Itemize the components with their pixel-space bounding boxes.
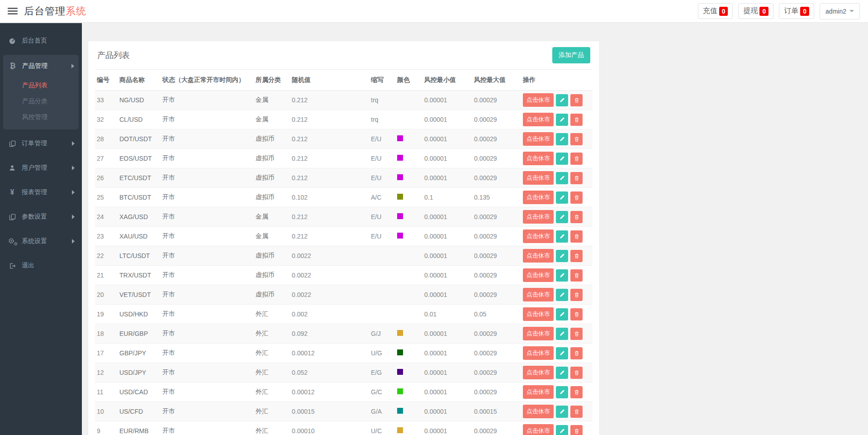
recharge-button[interactable]: 充值 0 xyxy=(698,3,733,19)
close-market-button[interactable]: 点击休市 xyxy=(523,268,554,282)
close-market-button[interactable]: 点击休市 xyxy=(523,307,554,321)
delete-button[interactable] xyxy=(570,114,583,126)
sidebar-item-report-management[interactable]: ¥ 报表管理 xyxy=(0,180,82,205)
close-market-button[interactable]: 点击休市 xyxy=(523,424,554,435)
cell-actions: 点击休市 xyxy=(521,421,593,435)
user-dropdown[interactable]: admin2 xyxy=(820,3,860,19)
sidebar-item-logout[interactable]: 退出 xyxy=(0,253,82,278)
close-market-button[interactable]: 点击休市 xyxy=(523,210,554,224)
hamburger-menu-icon[interactable] xyxy=(8,6,18,16)
edit-button[interactable] xyxy=(556,153,568,165)
close-market-button[interactable]: 点击休市 xyxy=(523,171,554,185)
table-row: 22 LTC/USDT 开市 虚拟币 0.0022 0.00001 0.0002… xyxy=(95,246,593,266)
edit-button[interactable] xyxy=(556,250,568,262)
add-product-button[interactable]: 添加产品 xyxy=(552,47,590,63)
close-market-button[interactable]: 点击休市 xyxy=(523,191,554,204)
edit-button[interactable] xyxy=(556,191,568,204)
cell-id: 9 xyxy=(95,421,118,435)
delete-button[interactable] xyxy=(570,328,583,340)
cell-risk-max: 0.00029 xyxy=(472,324,521,344)
delete-button[interactable] xyxy=(570,133,583,145)
delete-button[interactable] xyxy=(570,230,583,243)
trash-icon xyxy=(574,214,579,220)
trash-icon xyxy=(574,311,579,317)
cell-category: 虚拟币 xyxy=(254,168,290,188)
delete-button[interactable] xyxy=(570,211,583,223)
sidebar-item-parameter-settings[interactable]: 参数设置 xyxy=(0,205,82,229)
sidebar-item-product-management[interactable]: ₿ 产品管理 xyxy=(3,55,79,77)
close-market-button[interactable]: 点击休市 xyxy=(523,366,554,379)
edit-button[interactable] xyxy=(556,328,568,340)
trash-icon xyxy=(574,175,579,181)
delete-button[interactable] xyxy=(570,153,583,165)
close-market-button[interactable]: 点击休市 xyxy=(523,288,554,301)
sidebar-item-product-category[interactable]: 产品分类 xyxy=(3,93,79,109)
close-market-button[interactable]: 点击休市 xyxy=(523,152,554,165)
pencil-icon xyxy=(560,370,565,375)
color-swatch xyxy=(397,194,403,200)
delete-button[interactable] xyxy=(570,367,583,379)
delete-button[interactable] xyxy=(570,94,583,106)
close-market-button[interactable]: 点击休市 xyxy=(523,405,554,418)
edit-button[interactable] xyxy=(556,94,568,106)
edit-button[interactable] xyxy=(556,367,568,379)
chevron-right-icon xyxy=(72,239,75,244)
pencil-icon xyxy=(560,428,565,434)
cell-risk-min: 0.00001 xyxy=(422,266,472,285)
cell-risk-max: 0.00029 xyxy=(472,344,521,363)
table-row: 19 USD/HKD 开市 外汇 0.002 0.01 0.05 点击休市 xyxy=(95,305,593,324)
cell-risk-min: 0.00001 xyxy=(422,382,472,402)
withdraw-button[interactable]: 提现 0 xyxy=(738,3,773,19)
edit-button[interactable] xyxy=(556,114,568,126)
edit-button[interactable] xyxy=(556,425,568,435)
edit-button[interactable] xyxy=(556,230,568,243)
orders-button[interactable]: 订单 0 xyxy=(779,3,814,19)
sidebar-item-order-management[interactable]: 订单管理 xyxy=(0,131,82,156)
table-row: 18 EUR/GBP 开市 外汇 0.092 G/J 0.00001 0.000… xyxy=(95,324,593,344)
col-name: 商品名称 xyxy=(118,70,161,91)
edit-button[interactable] xyxy=(556,289,568,301)
sidebar-item-product-list[interactable]: 产品列表 xyxy=(3,77,79,93)
sidebar-item-dashboard[interactable]: 后台首页 xyxy=(0,29,82,53)
delete-button[interactable] xyxy=(570,269,583,282)
cell-status: 开市 xyxy=(161,188,254,207)
edit-button[interactable] xyxy=(556,386,568,398)
pencil-icon xyxy=(560,214,565,220)
sidebar-item-risk-management[interactable]: 风控管理 xyxy=(3,109,79,125)
col-max: 风控最大值 xyxy=(472,70,521,91)
delete-button[interactable] xyxy=(570,386,583,398)
cell-abbr: E/G xyxy=(369,363,395,382)
cell-actions: 点击休市 xyxy=(521,168,593,188)
close-market-button[interactable]: 点击休市 xyxy=(523,346,554,360)
edit-button[interactable] xyxy=(556,211,568,223)
cell-product-name: TRX/USDT xyxy=(118,266,161,285)
close-market-button[interactable]: 点击休市 xyxy=(523,113,554,126)
edit-button[interactable] xyxy=(556,269,568,282)
edit-button[interactable] xyxy=(556,308,568,320)
pencil-icon xyxy=(560,97,565,103)
sidebar-item-system-settings[interactable]: 系统设置 xyxy=(0,229,82,253)
close-market-button[interactable]: 点击休市 xyxy=(523,327,554,340)
delete-button[interactable] xyxy=(570,191,583,204)
edit-button[interactable] xyxy=(556,406,568,418)
edit-button[interactable] xyxy=(556,347,568,359)
cell-risk-min: 0.1 xyxy=(422,188,472,207)
delete-button[interactable] xyxy=(570,425,583,435)
cell-risk-min: 0.00001 xyxy=(422,344,472,363)
close-market-button[interactable]: 点击休市 xyxy=(523,93,554,107)
edit-button[interactable] xyxy=(556,172,568,184)
close-market-button[interactable]: 点击休市 xyxy=(523,385,554,399)
close-market-button[interactable]: 点击休市 xyxy=(523,132,554,146)
delete-button[interactable] xyxy=(570,250,583,262)
delete-button[interactable] xyxy=(570,347,583,359)
delete-button[interactable] xyxy=(570,308,583,320)
edit-button[interactable] xyxy=(556,133,568,145)
close-market-button[interactable]: 点击休市 xyxy=(523,229,554,243)
delete-button[interactable] xyxy=(570,289,583,301)
close-market-button[interactable]: 点击休市 xyxy=(523,249,554,263)
sidebar-item-user-management[interactable]: 用户管理 xyxy=(0,156,82,180)
delete-button[interactable] xyxy=(570,406,583,418)
delete-button[interactable] xyxy=(570,172,583,184)
cell-status: 开市 xyxy=(161,402,254,421)
logout-icon xyxy=(7,263,17,269)
